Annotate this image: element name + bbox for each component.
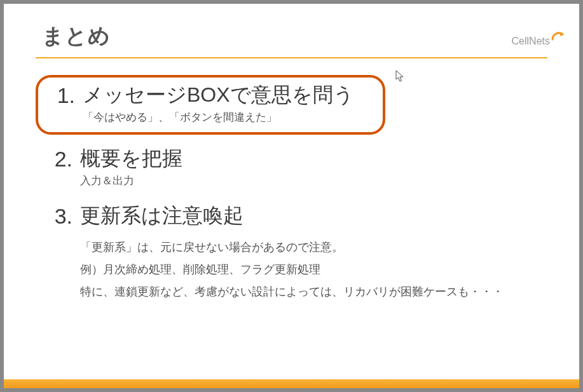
item-number: 1. bbox=[43, 84, 83, 107]
item-heading: メッセージBOXで意思を問う bbox=[83, 84, 378, 106]
detail-line: 特に、連鎖更新など、考慮がない設計によっては、リカバリが困難ケースも・・・ bbox=[80, 281, 542, 303]
list-item: 1. メッセージBOXで意思を問う 「今はやめる」、「ボタンを間違えた」 bbox=[36, 75, 385, 135]
detail-line: 例）月次締め処理、削除処理、フラグ更新処理 bbox=[80, 259, 542, 281]
page-title: まとめ bbox=[42, 22, 541, 51]
item-number: 3. bbox=[41, 205, 80, 228]
slide-header: まとめ CellNets bbox=[4, 4, 579, 51]
item-subtext: 「今はやめる」、「ボタンを間違えた」 bbox=[83, 110, 378, 125]
item-heading: 更新系は注意喚起 bbox=[80, 205, 542, 227]
item-body: 概要を把握 入力＆出力 bbox=[80, 147, 542, 188]
slide: まとめ CellNets 1. メッセージBOXで意思を問う 「今はやめる」、「… bbox=[4, 4, 579, 388]
logo-icon bbox=[551, 30, 565, 46]
logo-text: CellNets bbox=[512, 36, 550, 47]
logo: CellNets bbox=[512, 30, 565, 47]
item-heading: 概要を把握 bbox=[80, 147, 542, 170]
detail-line: 「更新系」は、元に戻せない場合があるので注意。 bbox=[80, 236, 542, 259]
item-number: 2. bbox=[41, 147, 80, 171]
footer-accent-bar bbox=[4, 379, 579, 388]
list-item: 2. 概要を把握 入力＆出力 bbox=[36, 142, 547, 194]
list-item: 3. 更新系は注意喚起 「更新系」は、元に戻せない場合があるので注意。 例）月次… bbox=[36, 199, 547, 309]
item-body: メッセージBOXで意思を問う 「今はやめる」、「ボタンを間違えた」 bbox=[83, 84, 378, 125]
item-body: 更新系は注意喚起 「更新系」は、元に戻せない場合があるので注意。 例）月次締め処… bbox=[80, 205, 542, 302]
item-subtext: 入力＆出力 bbox=[80, 173, 542, 188]
content: 1. メッセージBOXで意思を問う 「今はやめる」、「ボタンを間違えた」 2. … bbox=[4, 58, 579, 309]
item-detail: 「更新系」は、元に戻せない場合があるので注意。 例）月次締め処理、削除処理、フラ… bbox=[80, 236, 542, 303]
